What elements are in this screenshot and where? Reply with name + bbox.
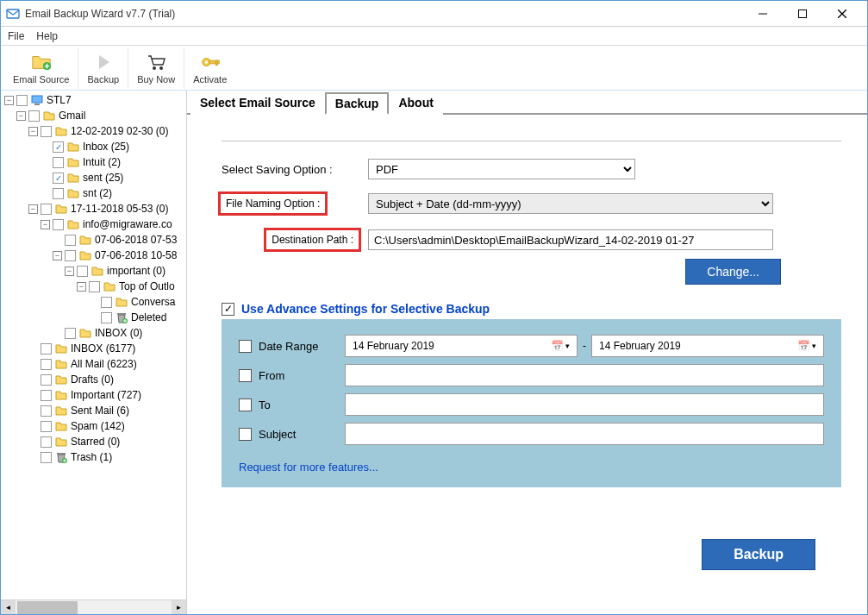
tree-checkbox[interactable] [41,359,52,370]
request-features-link[interactable]: Request for more features... [239,461,378,474]
change-button[interactable]: Change... [685,259,781,285]
tree-checkbox[interactable] [41,343,52,355]
tree-pane[interactable]: −STL7−Gmail−12-02-2019 02-30 (0)✓Inbox (… [1,91,187,614]
tree-label: snt (2) [83,187,112,199]
expand-toggle[interactable]: − [65,267,74,276]
expand-toggle[interactable]: − [41,220,50,229]
tab-about[interactable]: About [389,92,442,115]
tree-node[interactable]: Sent Mail (6) [1,403,186,418]
tree-checkbox[interactable] [101,297,112,308]
tree-checkbox[interactable] [65,250,76,261]
to-input[interactable] [345,393,824,416]
folder-icon [66,155,80,169]
from-checkbox[interactable] [239,369,252,382]
tree-checkbox[interactable] [28,110,40,122]
tree-node[interactable]: −17-11-2018 05-53 (0) [1,201,186,217]
destination-path-input[interactable] [368,229,773,250]
expand-toggle[interactable]: − [28,204,38,214]
tree-checkbox[interactable]: ✓ [53,141,64,153]
subject-input[interactable] [345,423,824,445]
tree-node[interactable]: Deleted [1,310,186,325]
tree-checkbox[interactable] [41,405,52,417]
tree-label: Drafts (0) [71,373,114,386]
tree-checkbox[interactable] [41,126,52,137]
svg-rect-16 [57,453,66,455]
tree-node[interactable]: −12-02-2019 02-30 (0) [1,123,186,139]
tree-node[interactable]: −STL7 [1,92,186,108]
file-naming-select[interactable]: Subject + Date (dd-mm-yyyy) [368,193,773,214]
tree-node[interactable]: snt (2) [1,185,186,201]
tree-checkbox[interactable] [65,235,76,246]
menu-help[interactable]: Help [36,30,58,42]
tree-label: Starred (0) [71,436,120,448]
tree-node[interactable]: Intuit (2) [1,154,186,170]
subject-checkbox[interactable] [239,428,252,441]
tree-checkbox[interactable] [53,219,64,230]
tree-node[interactable]: Starred (0) [1,434,186,449]
tree-checkbox[interactable] [41,390,52,401]
tree-node[interactable]: Conversa [1,294,186,310]
tree-checkbox[interactable] [41,374,52,386]
tree-checkbox[interactable] [101,312,112,323]
tree-node[interactable]: INBOX (6177) [1,341,186,356]
tree-node[interactable]: INBOX (0) [1,325,186,341]
tree-node[interactable]: All Mail (6223) [1,356,186,372]
svg-rect-0 [7,9,19,18]
tree-checkbox[interactable] [41,204,52,215]
tree-checkbox[interactable] [65,328,76,339]
tree-node[interactable]: −info@migraware.co [1,217,186,232]
folder-icon [91,264,104,278]
backup-button[interactable]: Backup [702,539,815,570]
from-input[interactable] [345,364,824,386]
svg-point-6 [153,66,156,70]
tree-node[interactable]: Trash (1) [1,449,186,465]
tree-node[interactable]: 07-06-2018 07-53 [1,232,186,248]
expand-toggle[interactable]: − [53,251,62,260]
tree-node[interactable]: Drafts (0) [1,372,186,387]
tree-label: Gmail [59,110,85,122]
horizontal-scrollbar[interactable]: ◄► [1,599,186,614]
minimize-button[interactable] [743,1,783,27]
menu-file[interactable]: File [8,30,24,42]
tree-node[interactable]: −Gmail [1,108,186,123]
tree-node[interactable]: ✓Inbox (25) [1,139,186,154]
tree-node[interactable]: −07-06-2018 10-58 [1,248,186,263]
tree-checkbox[interactable] [16,95,28,106]
to-checkbox[interactable] [239,398,252,411]
expand-toggle[interactable]: − [4,96,14,105]
date-from-picker[interactable]: 14 February 2019📅▾ [345,335,578,357]
tool-activate[interactable]: Activate [184,47,235,89]
tree-checkbox[interactable] [41,452,52,463]
tree-node[interactable]: −important (0) [1,263,186,279]
tab-select-source[interactable]: Select Email Source [190,92,325,115]
tree-checkbox[interactable] [89,281,100,292]
folder-icon [42,109,56,122]
tree-checkbox[interactable] [41,421,52,432]
date-range-checkbox[interactable] [239,340,252,353]
tool-buy-now[interactable]: Buy Now [128,47,184,89]
expand-toggle[interactable]: − [28,127,38,136]
tree-node[interactable]: Spam (142) [1,418,186,434]
advance-toggle-checkbox[interactable]: ✓ [222,303,234,316]
tree-checkbox[interactable] [77,266,88,277]
saving-option-select[interactable]: PDF [368,159,635,179]
svg-rect-12 [32,96,42,103]
tree-checkbox[interactable] [41,436,52,448]
tree-node[interactable]: Important (727) [1,387,186,403]
file-naming-label: File Naming Option : [222,191,368,216]
tool-backup[interactable]: Backup [78,47,128,89]
expand-toggle[interactable]: − [16,111,26,121]
folder-icon [30,93,44,107]
maximize-button[interactable] [783,1,822,27]
tab-backup[interactable]: Backup [325,92,390,115]
close-button[interactable] [822,1,862,27]
tree-node[interactable]: ✓sent (25) [1,170,186,185]
date-range-label: Date Range [259,340,345,353]
date-to-picker[interactable]: 14 February 2019📅▾ [591,335,824,357]
expand-toggle[interactable]: − [77,282,86,292]
tree-checkbox[interactable]: ✓ [53,173,64,184]
tree-checkbox[interactable] [53,188,64,199]
tree-node[interactable]: −Top of Outlo [1,279,186,294]
tree-checkbox[interactable] [53,157,64,168]
tool-email-source[interactable]: Email Source [4,47,78,89]
